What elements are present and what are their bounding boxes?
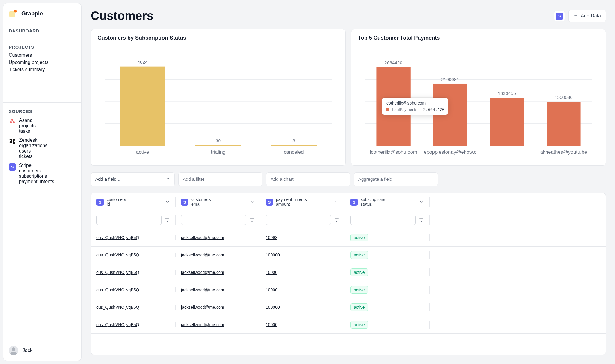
svg-point-6: [12, 347, 15, 351]
link-customer-email[interactable]: jacksellwood@me.com: [181, 235, 224, 240]
table-toolbar: Add a field...: [91, 172, 606, 186]
add-chart-input[interactable]: [266, 172, 350, 186]
nav-dashboard-label: DASHBOARD: [9, 28, 39, 33]
source-asana[interactable]: Asana projects tasks: [9, 118, 76, 134]
column-source: payment_intents: [276, 197, 307, 202]
add-filter-field[interactable]: [183, 177, 258, 182]
tooltip-key: TotalPayments: [392, 107, 421, 112]
link-customer-email[interactable]: jacksellwood@me.com: [181, 322, 224, 327]
chevron-down-icon[interactable]: [165, 199, 170, 204]
table-row: cus_QushVNOijvqB5Q jacksellwood@me.com 1…: [91, 247, 606, 264]
source-zendesk-label: Zendesk: [19, 138, 47, 143]
source-zendesk-child-0[interactable]: organizations: [19, 143, 47, 148]
svg-point-1: [14, 10, 17, 13]
source-zendesk-child-1[interactable]: users: [19, 148, 47, 154]
chart-top5-payments: Top 5 Customer Total Payments 2664420lco…: [351, 29, 606, 166]
svg-text:30: 30: [216, 138, 221, 143]
filter-icon[interactable]: [165, 217, 170, 223]
table-header-row: S customers id S customers email S payme…: [91, 193, 606, 211]
table-filter-row: [91, 211, 606, 229]
column-source: customers: [107, 197, 126, 202]
svg-text:1630455: 1630455: [498, 91, 516, 96]
link-customer-email[interactable]: jacksellwood@me.com: [181, 287, 224, 292]
link-customer-id[interactable]: cus_QushVNOijvqB5Q: [96, 253, 139, 257]
cell-id: cus_QushVNOijvqB5Q: [91, 305, 176, 310]
source-asana-label: Asana: [19, 118, 36, 123]
column-header-amount[interactable]: S payment_intents amount: [260, 197, 345, 207]
source-stripe-child-1[interactable]: subscriptions: [19, 174, 54, 179]
column-header-id[interactable]: S customers id: [91, 197, 176, 207]
filter-icon[interactable]: [249, 217, 255, 223]
cell-email: jacksellwood@me.com: [176, 287, 260, 292]
aggregate-field-input[interactable]: [354, 172, 438, 186]
page-header: Customers S Add Data: [91, 9, 606, 23]
source-zendesk[interactable]: Zendesk organizations users tickets: [9, 138, 76, 159]
column-filter-id: [91, 215, 176, 225]
source-stripe[interactable]: S Stripe customers subscriptions payment…: [9, 163, 76, 184]
cell-id: cus_QushVNOijvqB5Q: [91, 235, 176, 240]
project-list: Customers Upcoming projects Tickets summ…: [9, 52, 76, 73]
link-customer-email[interactable]: jacksellwood@me.com: [181, 270, 224, 275]
link-amount[interactable]: 10098: [266, 235, 277, 240]
link-customer-id[interactable]: cus_QushVNOijvqB5Q: [96, 322, 139, 327]
filter-input-email[interactable]: [181, 215, 246, 225]
add-chart-field[interactable]: [271, 177, 346, 182]
cell-id: cus_QushVNOijvqB5Q: [91, 322, 176, 327]
plus-icon: [574, 13, 578, 19]
chevron-down-icon[interactable]: [335, 199, 339, 204]
column-header-email[interactable]: S customers email: [176, 197, 260, 207]
source-stripe-child-0[interactable]: customers: [19, 168, 54, 174]
filter-input-status[interactable]: [350, 215, 416, 225]
avatar: [9, 346, 18, 355]
link-customer-id[interactable]: cus_QushVNOijvqB5Q: [96, 235, 139, 240]
source-zendesk-child-2[interactable]: tickets: [19, 154, 47, 159]
column-field: amount: [276, 202, 307, 207]
chevron-down-icon[interactable]: [250, 199, 255, 204]
link-amount[interactable]: 10000: [266, 270, 277, 275]
table-body: cus_QushVNOijvqB5Q jacksellwood@me.com 1…: [91, 229, 606, 334]
cell-status: active: [345, 303, 430, 311]
column-field: email: [191, 202, 211, 207]
status-badge: active: [350, 303, 368, 311]
filter-icon[interactable]: [334, 217, 339, 223]
project-item-upcoming[interactable]: Upcoming projects: [9, 59, 76, 66]
svg-point-4: [13, 121, 15, 123]
project-item-customers[interactable]: Customers: [9, 52, 76, 59]
add-data-button[interactable]: Add Data: [568, 10, 606, 22]
profile-row[interactable]: Jack: [9, 342, 76, 355]
add-filter-input[interactable]: [178, 172, 262, 186]
project-item-tickets[interactable]: Tickets summary: [9, 66, 76, 73]
link-amount[interactable]: 100000: [266, 253, 280, 257]
link-amount[interactable]: 10000: [266, 287, 277, 292]
add-data-label: Add Data: [581, 13, 601, 19]
brand-name: Grapple: [21, 10, 43, 17]
chevron-down-icon[interactable]: [419, 199, 424, 204]
svg-text:4024: 4024: [138, 59, 148, 65]
link-amount[interactable]: 100000: [266, 305, 280, 310]
source-badge-stripe[interactable]: S: [554, 11, 565, 21]
add-project-button[interactable]: [70, 44, 76, 50]
filter-icon[interactable]: [419, 217, 424, 223]
sidebar: Grapple DASHBOARD PROJECTS Customers Upc…: [0, 0, 85, 364]
cell-amount: 100000: [260, 305, 345, 310]
link-customer-id[interactable]: cus_QushVNOijvqB5Q: [96, 305, 139, 310]
status-badge: active: [350, 251, 368, 259]
stripe-icon: S: [350, 199, 358, 206]
link-customer-id[interactable]: cus_QushVNOijvqB5Q: [96, 287, 139, 292]
svg-text:canceled: canceled: [284, 149, 304, 155]
source-asana-child-1[interactable]: tasks: [19, 129, 36, 134]
cell-id: cus_QushVNOijvqB5Q: [91, 270, 176, 275]
link-customer-email[interactable]: jacksellwood@me.com: [181, 253, 224, 257]
filter-input-amount[interactable]: [266, 215, 331, 225]
column-header-status[interactable]: S subscriptions status: [345, 197, 430, 207]
filter-input-id[interactable]: [96, 215, 162, 225]
add-field-select[interactable]: Add a field...: [91, 172, 175, 186]
link-customer-id[interactable]: cus_QushVNOijvqB5Q: [96, 270, 139, 275]
source-asana-child-0[interactable]: projects: [19, 123, 36, 129]
nav-dashboard[interactable]: DASHBOARD: [9, 28, 76, 33]
link-customer-email[interactable]: jacksellwood@me.com: [181, 305, 224, 310]
aggregate-field[interactable]: [358, 177, 433, 182]
source-stripe-child-2[interactable]: payment_intents: [19, 179, 54, 184]
add-source-button[interactable]: [70, 108, 76, 114]
link-amount[interactable]: 10000: [266, 322, 277, 327]
